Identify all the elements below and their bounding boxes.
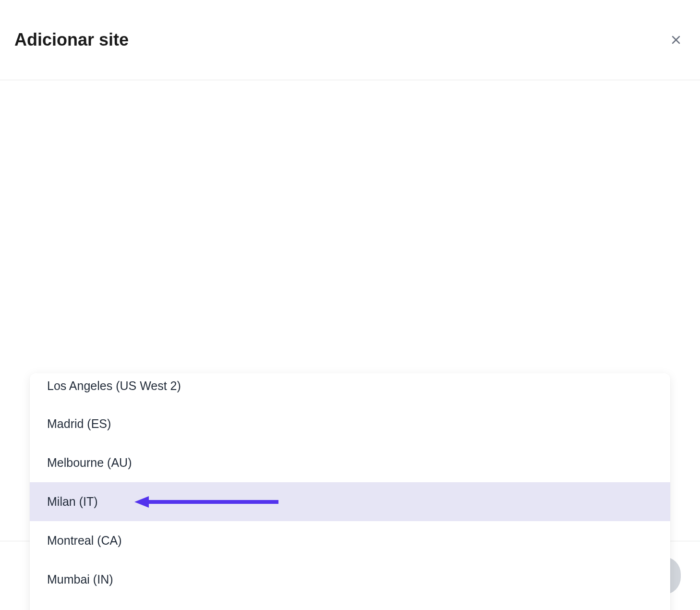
modal-content: Los Angeles (US West 2)Madrid (ES)Melbou…: [0, 377, 700, 482]
page-title: Adicionar site: [14, 30, 129, 50]
dropdown-item[interactable]: Los Angeles (US West 2): [30, 379, 670, 404]
modal-header: Adicionar site: [0, 0, 700, 80]
dropdown-item-label: Milan (IT): [47, 495, 98, 508]
close-icon: [670, 34, 682, 46]
svg-marker-3: [134, 496, 149, 508]
dropdown-item[interactable]: Northern Virginia (US East 4): [30, 599, 670, 610]
dropdown-item-label: Los Angeles (US West 2): [47, 379, 181, 392]
dropdown-item[interactable]: Mumbai (IN): [30, 560, 670, 599]
dropdown-item[interactable]: Milan (IT): [30, 482, 670, 521]
dropdown-item-label: Mumbai (IN): [47, 573, 113, 586]
dropdown-item-label: Montreal (CA): [47, 534, 122, 547]
dropdown-item[interactable]: Madrid (ES): [30, 404, 670, 443]
close-button[interactable]: [666, 30, 686, 49]
dropdown-item[interactable]: Melbourne (AU): [30, 443, 670, 482]
dropdown-item[interactable]: Montreal (CA): [30, 521, 670, 560]
dropdown-item-label: Melbourne (AU): [47, 456, 132, 469]
arrow-left-icon: [134, 495, 278, 509]
location-dropdown-list: Los Angeles (US West 2)Madrid (ES)Melbou…: [30, 373, 670, 610]
dropdown-item-label: Madrid (ES): [47, 417, 111, 430]
